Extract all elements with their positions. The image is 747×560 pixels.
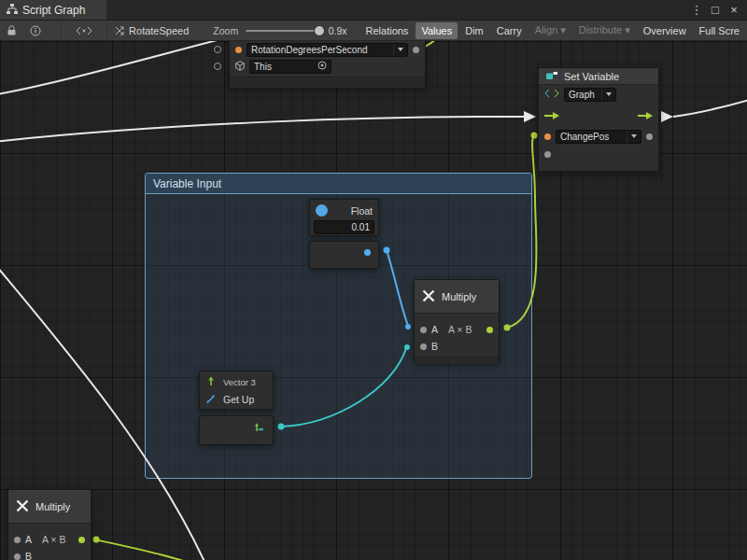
- overview-button[interactable]: Overview: [638, 22, 692, 39]
- window-maximize-icon[interactable]: □: [708, 3, 723, 17]
- wire-flow-top-left[interactable]: [0, 41, 235, 95]
- float-value: 0.01: [352, 222, 370, 232]
- multiply-a-label: A: [431, 324, 438, 335]
- node-variable-getter[interactable]: RotationDegreesPerSecond This: [229, 41, 426, 88]
- title-bar: Script Graph ⋮ □ ×: [0, 0, 747, 21]
- set-variable-title: Set Variable: [564, 71, 619, 82]
- multiply2-b-label: B: [25, 551, 32, 560]
- graph-canvas[interactable]: Variable Input Rota: [0, 41, 747, 560]
- wire-flow-in[interactable]: [0, 117, 524, 142]
- port-orange-icon[interactable]: [235, 47, 242, 53]
- float-value-input[interactable]: 0.01: [314, 220, 374, 234]
- port-multiply-a-in[interactable]: [405, 324, 411, 329]
- target-field[interactable]: This: [249, 60, 331, 74]
- flow-in-arrow-icon[interactable]: [543, 111, 560, 122]
- set-variable-value-port[interactable]: [544, 151, 551, 158]
- flow-out-arrow-icon[interactable]: [637, 111, 654, 122]
- target-label: This: [254, 62, 317, 72]
- graph-tab-icon: [7, 4, 18, 17]
- flow-out-arrowhead: [661, 111, 673, 122]
- multiply-b-port[interactable]: [420, 343, 427, 350]
- set-variable-icon: [545, 71, 558, 82]
- window-close-icon[interactable]: ×: [726, 3, 741, 17]
- multiply-header[interactable]: Multiply: [415, 280, 499, 314]
- scope-label: Graph: [569, 90, 598, 100]
- getter-bottom-strip: [230, 77, 425, 88]
- zoom-slider[interactable]: [246, 21, 323, 41]
- zoom-slider-track[interactable]: [246, 30, 323, 32]
- multiply-icon: [15, 498, 30, 515]
- multiply2-header[interactable]: Multiply: [8, 490, 91, 524]
- tab-title: Script Graph: [22, 4, 85, 17]
- port-multiply-b-in[interactable]: [404, 344, 410, 350]
- zoom-value: 0.9x: [329, 25, 347, 36]
- dropdown-caret-icon: [601, 89, 612, 101]
- set-variable-out-port[interactable]: [646, 133, 653, 140]
- carry-button[interactable]: Carry: [491, 22, 528, 39]
- float-output-port[interactable]: [364, 249, 371, 256]
- relations-button[interactable]: Relations: [360, 22, 415, 39]
- port-getup-out[interactable]: [278, 424, 285, 430]
- port-getter-left-2[interactable]: [215, 63, 221, 70]
- wire-teal-getup-to-multiply[interactable]: [281, 348, 406, 427]
- align-button: Align ▾: [529, 21, 571, 39]
- node-multiply[interactable]: Multiply A A × B B: [414, 279, 500, 363]
- vector3-type-label: Vector 3: [223, 377, 256, 387]
- port-multiply-out[interactable]: [504, 325, 511, 331]
- get-up-output-icon[interactable]: [253, 421, 265, 435]
- variable-name-dropdown[interactable]: RotationDegreesPerSecond: [247, 43, 408, 57]
- multiply2-a-port[interactable]: [14, 537, 21, 543]
- multiply-icon: [421, 288, 436, 305]
- graph-toolbar: RotateSpeed Zoom 0.9x Relations Values D…: [0, 21, 747, 41]
- window-menu-icon[interactable]: ⋮: [689, 3, 704, 17]
- port-multiply2-out[interactable]: [93, 537, 100, 543]
- multiply-a-port[interactable]: [420, 327, 427, 333]
- wire-blue-float-to-multiply[interactable]: [387, 250, 408, 326]
- values-button[interactable]: Values: [416, 22, 458, 39]
- scope-dropdown[interactable]: Graph: [564, 88, 616, 102]
- variable-port-icon[interactable]: [544, 133, 551, 140]
- code-icon: [544, 89, 559, 100]
- multiply2-result-port[interactable]: [78, 537, 85, 543]
- wire-green-multiply2-out[interactable]: [94, 539, 226, 560]
- object-picker-icon[interactable]: [317, 61, 327, 72]
- cube-icon: [235, 61, 245, 73]
- node-set-variable[interactable]: Set Variable Graph ChangePos: [538, 67, 659, 172]
- set-variable-name-dropdown[interactable]: ChangePos: [556, 130, 641, 144]
- set-variable-name: ChangePos: [560, 132, 623, 142]
- node-get-up[interactable]: Vector 3 Get Up: [199, 371, 274, 410]
- getter-out-port[interactable]: [413, 47, 419, 53]
- get-up-icon: [205, 393, 217, 406]
- wire-green-multiply-to-setvariable[interactable]: [507, 136, 537, 328]
- port-setvariable-value-in[interactable]: [531, 133, 538, 139]
- info-icon[interactable]: [23, 21, 48, 41]
- collapse-chevrons-icon[interactable]: [61, 21, 107, 41]
- multiply2-b-port[interactable]: [14, 553, 21, 560]
- zoom-slider-handle[interactable]: [315, 26, 324, 35]
- multiply-result-port[interactable]: [486, 327, 493, 333]
- dim-button[interactable]: Dim: [459, 22, 489, 39]
- node-multiply-2[interactable]: Multiply A A × B B: [7, 489, 92, 560]
- node-float[interactable]: Float 0.01: [309, 199, 379, 236]
- variable-name: RotationDegreesPerSecond: [251, 45, 389, 55]
- multiply2-a-label: A: [25, 534, 32, 545]
- set-variable-header[interactable]: Set Variable: [539, 68, 658, 85]
- zoom-label: Zoom: [213, 25, 238, 36]
- dropdown-caret-icon: [393, 44, 403, 56]
- multiply-b-label: B: [431, 341, 438, 352]
- wire-flow-out[interactable]: [673, 99, 747, 117]
- multiply-output-label: A × B: [448, 324, 472, 335]
- node-get-up-port-strip[interactable]: [199, 415, 274, 445]
- float-type-icon: [316, 204, 328, 217]
- graph-name-label: RotateSpeed: [129, 25, 189, 36]
- port-getter-left-1[interactable]: [215, 47, 221, 53]
- lock-icon[interactable]: [0, 21, 23, 41]
- fullscreen-button[interactable]: Full Scre: [694, 22, 745, 39]
- node-float-port-strip[interactable]: [309, 241, 379, 269]
- get-up-title: Get Up: [223, 394, 254, 405]
- multiply2-output-label: A × B: [42, 534, 65, 545]
- tab-script-graph[interactable]: Script Graph: [0, 0, 106, 20]
- port-float-out[interactable]: [384, 247, 390, 254]
- multiply2-title: Multiply: [35, 501, 70, 512]
- multiply-bottom-strip: [415, 357, 499, 364]
